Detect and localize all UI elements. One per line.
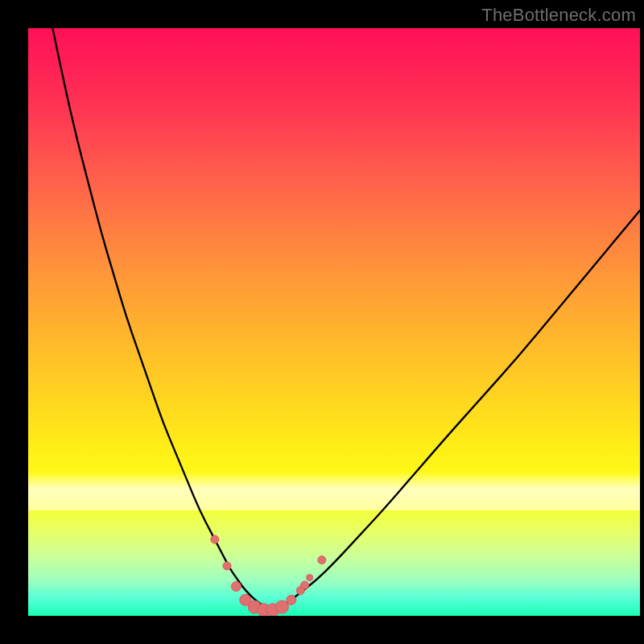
bottleneck-curve: [52, 28, 640, 609]
data-marker: [307, 575, 313, 581]
data-marker: [275, 601, 288, 613]
data-marker: [231, 582, 241, 592]
data-marker: [287, 595, 296, 605]
data-marker: [211, 535, 219, 543]
watermark-text: TheBottleneck.com: [481, 5, 636, 26]
chart-frame: TheBottleneck.com: [0, 0, 644, 644]
curve-markers: [211, 535, 326, 616]
data-marker: [318, 556, 326, 564]
data-marker: [301, 581, 309, 589]
curve-layer: [28, 28, 640, 616]
plot-area: [28, 28, 640, 616]
data-marker: [223, 562, 231, 570]
